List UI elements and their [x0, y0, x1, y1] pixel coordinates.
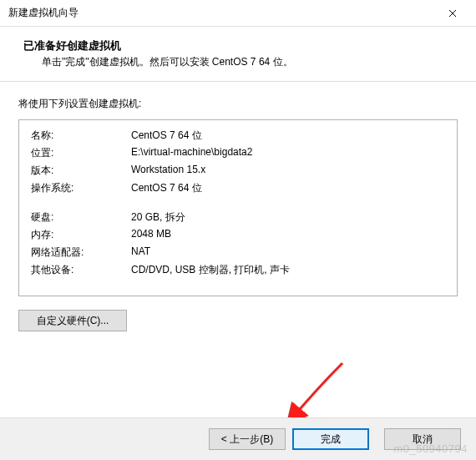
- watermark-text: m0_50940794: [393, 442, 468, 455]
- close-button[interactable]: [436, 2, 469, 25]
- row-other: 其他设备: CD/DVD, USB 控制器, 打印机, 声卡: [31, 263, 445, 277]
- label-other: 其他设备:: [31, 263, 131, 277]
- label-location: 位置:: [31, 146, 131, 160]
- row-os: 操作系统: CentOS 7 64 位: [31, 181, 445, 195]
- row-memory: 内存: 2048 MB: [31, 228, 445, 242]
- back-button[interactable]: < 上一步(B): [209, 428, 286, 450]
- intro-text: 将使用下列设置创建虚拟机:: [18, 97, 458, 111]
- titlebar: 新建虚拟机向导: [0, 0, 476, 27]
- label-disk: 硬盘:: [31, 210, 131, 225]
- value-memory: 2048 MB: [131, 228, 445, 242]
- row-name: 名称: CentOS 7 64 位: [31, 129, 445, 143]
- page-subtitle: 单击"完成"创建虚拟机。然后可以安装 CentOS 7 64 位。: [23, 55, 456, 69]
- summary-box: 名称: CentOS 7 64 位 位置: E:\virtual-machine…: [18, 119, 458, 296]
- wizard-body: 将使用下列设置创建虚拟机: 名称: CentOS 7 64 位 位置: E:\v…: [0, 82, 476, 341]
- page-title: 已准备好创建虚拟机: [23, 38, 456, 53]
- value-disk: 20 GB, 拆分: [131, 210, 445, 225]
- value-version: Workstation 15.x: [131, 164, 445, 178]
- row-disk: 硬盘: 20 GB, 拆分: [31, 210, 445, 225]
- label-os: 操作系统:: [31, 181, 131, 195]
- label-name: 名称:: [31, 129, 131, 143]
- value-name: CentOS 7 64 位: [131, 129, 445, 143]
- row-location: 位置: E:\virtual-machine\bigdata2: [31, 146, 445, 160]
- label-network: 网络适配器:: [31, 245, 131, 260]
- label-memory: 内存:: [31, 228, 131, 242]
- value-location: E:\virtual-machine\bigdata2: [131, 146, 445, 160]
- row-network: 网络适配器: NAT: [31, 245, 445, 260]
- value-network: NAT: [131, 245, 445, 260]
- customize-area: 自定义硬件(C)...: [18, 310, 458, 331]
- close-icon: [448, 9, 457, 18]
- label-version: 版本:: [31, 164, 131, 178]
- value-os: CentOS 7 64 位: [131, 181, 445, 195]
- value-other: CD/DVD, USB 控制器, 打印机, 声卡: [131, 263, 445, 277]
- wizard-header: 已准备好创建虚拟机 单击"完成"创建虚拟机。然后可以安装 CentOS 7 64…: [0, 27, 476, 82]
- customize-hardware-button[interactable]: 自定义硬件(C)...: [18, 310, 127, 331]
- window-title: 新建虚拟机向导: [8, 6, 436, 20]
- row-version: 版本: Workstation 15.x: [31, 164, 445, 178]
- finish-button[interactable]: 完成: [292, 428, 369, 450]
